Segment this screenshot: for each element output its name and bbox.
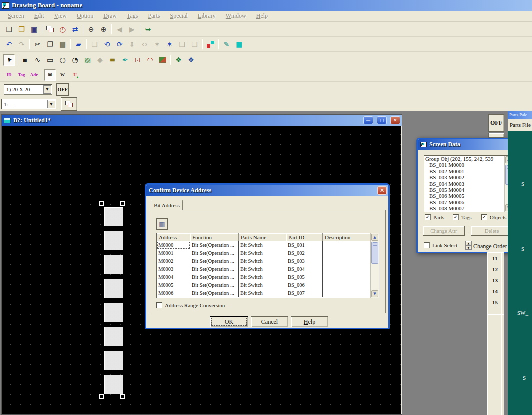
dot-icon[interactable]: ▪	[19, 54, 31, 66]
screen-data-item[interactable]: BS_006 M0005	[424, 193, 512, 199]
cut-icon[interactable]: ✂	[32, 38, 43, 50]
screen-data-item[interactable]: Group Obj (202, 155, 242, 539	[424, 156, 512, 162]
flip-horizontal-icon[interactable]: ⇔	[139, 38, 150, 50]
table-row[interactable]: M0004Bit Set(Operation ...Bit SwitchBS_0…	[157, 274, 379, 282]
id-badge-icon[interactable]: ID	[3, 70, 15, 81]
cell-parts_name[interactable]: Bit Switch	[239, 282, 286, 290]
cell-part_id[interactable]: BS_005	[286, 274, 323, 282]
selection-handle-bottom-left[interactable]	[99, 394, 104, 400]
window-mark-icon[interactable]: W	[57, 70, 68, 81]
library-3d-1-icon[interactable]: ❖	[173, 54, 184, 66]
bit-switch-part[interactable]	[104, 304, 123, 322]
cell-description[interactable]	[323, 258, 370, 266]
screen-data-item[interactable]: BS_001 M0000	[424, 162, 512, 168]
cell-function[interactable]: Bit Set(Operation ...	[190, 266, 239, 274]
checkbox-objects[interactable]: ✓	[481, 214, 487, 220]
cell-description[interactable]	[323, 274, 370, 282]
ok-button[interactable]: OK	[210, 316, 248, 328]
close-icon[interactable]: ✕	[377, 186, 387, 195]
send-back-icon[interactable]: ❏	[189, 38, 200, 50]
cell-description[interactable]	[323, 290, 370, 298]
cell-part_id[interactable]: BS_003	[286, 258, 323, 266]
filled-square-icon[interactable]: ■	[233, 38, 245, 50]
table-scrollbar[interactable]: ▲ ▼	[370, 234, 379, 298]
menu-draw[interactable]: Draw	[98, 12, 122, 21]
cell-address[interactable]: M0000	[157, 242, 190, 250]
spin-down-icon[interactable]: ▼	[465, 246, 472, 250]
column-header-part-id[interactable]: Part ID	[286, 234, 323, 242]
cell-part_id[interactable]: BS_001	[286, 242, 323, 250]
menu-parts[interactable]: Parts	[143, 12, 165, 21]
cell-function[interactable]: Bit Set(Operation ...	[190, 258, 239, 266]
selection-handle-bottom-right[interactable]	[120, 394, 125, 400]
cell-parts_name[interactable]: Bit Switch	[239, 258, 286, 266]
bit-switch-part[interactable]	[104, 232, 123, 250]
open-icon[interactable]: ❒	[16, 24, 27, 35]
change-order-spinner[interactable]: ▲ ▼	[465, 241, 472, 250]
screen-data-list[interactable]: Group Obj (202, 155, 242, 539BS_001 M000…	[424, 156, 513, 212]
drawing-window-titlebar[interactable]: B?: Untitled1* — ▢ ✕	[2, 115, 402, 126]
spin-up-icon[interactable]: ▲	[465, 241, 472, 246]
column-header-function[interactable]: Function	[190, 234, 239, 242]
screen-data-item[interactable]: BS_004 M0003	[424, 181, 512, 187]
help-button[interactable]: Help	[291, 316, 328, 328]
rotate-right-icon[interactable]: ⟳	[114, 38, 125, 50]
table-row[interactable]: M0003Bit Set(Operation ...Bit SwitchBS_0…	[157, 266, 379, 274]
menu-special[interactable]: Special	[165, 12, 193, 21]
bit-switch-part[interactable]	[104, 352, 123, 370]
save-icon[interactable]: ▣	[28, 24, 40, 35]
screen-data-item[interactable]: BS_002 M0001	[424, 168, 512, 174]
paste-icon[interactable]: ▤	[57, 38, 68, 50]
scrollbar-thumb[interactable]	[371, 242, 378, 264]
screen-data-item[interactable]: BS_003 M0002	[424, 174, 512, 180]
parts-palette-preview[interactable]: S S SW_ S	[508, 131, 532, 415]
close-button[interactable]: ✕	[390, 116, 400, 124]
shrink-icon[interactable]: ✶	[151, 38, 163, 50]
exit-icon[interactable]: ➥	[142, 24, 154, 35]
zoom-out-icon[interactable]: ⊖	[85, 24, 97, 35]
cell-address[interactable]: M0005	[157, 282, 190, 290]
filter-tags[interactable]: ✓Tags	[453, 214, 472, 220]
menu-screen[interactable]: Screen	[3, 12, 29, 21]
menu-window[interactable]: Window	[221, 12, 251, 21]
link-select-option[interactable]: Link Select	[424, 242, 457, 248]
zoom-in-icon[interactable]: ⊕	[98, 24, 109, 35]
grid-cells-icon[interactable]: 00	[44, 70, 56, 81]
delete-button[interactable]: Delete	[471, 226, 513, 236]
bit-switch-part[interactable]	[104, 256, 123, 274]
table-row[interactable]: M0002Bit Set(Operation ...Bit SwitchBS_0…	[157, 258, 379, 266]
table-row[interactable]: M0001Bit Set(Operation ...Bit SwitchBS_0…	[157, 250, 379, 258]
duplicate-icon[interactable]: ❏	[89, 38, 100, 50]
cell-parts_name[interactable]: Bit Switch	[239, 250, 286, 258]
bit-switch-part[interactable]	[104, 376, 123, 394]
cell-function[interactable]: Bit Set(Operation ...	[190, 250, 239, 258]
cell-address[interactable]: M0004	[157, 274, 190, 282]
cell-function[interactable]: Bit Set(Operation ...	[190, 242, 239, 250]
flip-vertical-icon[interactable]: ⇕	[126, 38, 138, 50]
image-icon[interactable]	[157, 54, 168, 66]
polyline-icon[interactable]: ∿	[32, 54, 43, 66]
chevron-down-icon[interactable]: ▼	[47, 100, 55, 108]
address-range-conversion-option[interactable]: Address Range Conversion	[156, 302, 225, 308]
cell-parts_name[interactable]: Bit Switch	[239, 274, 286, 282]
maximize-button[interactable]: ▢	[377, 116, 387, 124]
app-titlebar[interactable]: Drawing Board - noname	[0, 0, 532, 11]
rectangle-icon[interactable]: ▭	[44, 54, 56, 66]
arc-icon[interactable]: ◠	[144, 54, 156, 66]
cell-part_id[interactable]: BS_002	[286, 250, 323, 258]
snap-icon[interactable]	[205, 38, 216, 50]
transfer-icon[interactable]: ⇄	[69, 24, 81, 35]
bit-switch-part[interactable]	[104, 208, 123, 226]
tab-bit-address[interactable]: Bit Address	[151, 200, 183, 210]
bit-switch-part[interactable]	[104, 280, 123, 298]
part-place-icon[interactable]: ⊡	[132, 54, 143, 66]
screen-select[interactable]: 1:---- ▼	[1, 99, 56, 110]
cell-part_id[interactable]: BS_006	[286, 282, 323, 290]
column-header-address[interactable]: Address	[157, 234, 190, 242]
cell-parts_name[interactable]: Bit Switch	[239, 242, 286, 250]
pie-icon[interactable]: ◔	[69, 54, 81, 66]
nav-forward-icon[interactable]: ▶	[126, 24, 138, 35]
menu-edit[interactable]: Edit	[29, 12, 49, 21]
checkbox-tags[interactable]: ✓	[453, 214, 459, 220]
slot-11[interactable]: 11	[488, 253, 504, 264]
